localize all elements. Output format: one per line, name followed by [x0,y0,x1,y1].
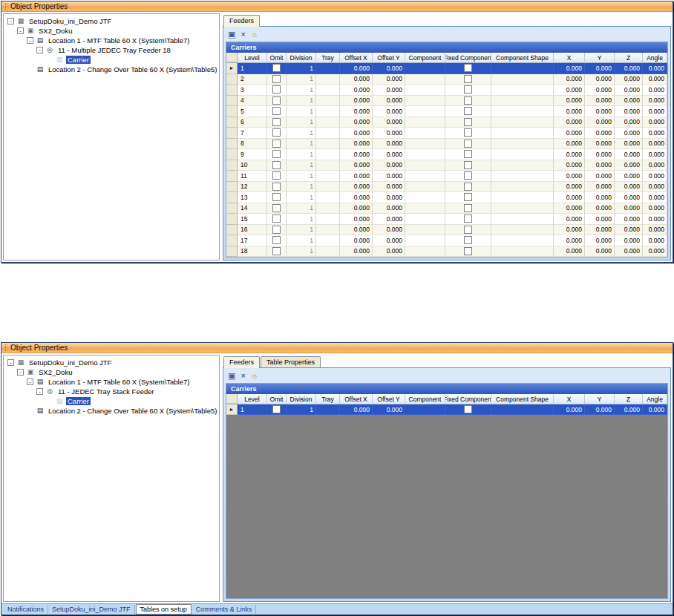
cell-y[interactable]: 0.000 [585,117,615,128]
cell-tray[interactable] [316,106,340,117]
cell-x[interactable]: 0.000 [554,225,585,236]
cell-component-shape[interactable] [491,63,554,74]
cell-component[interactable] [405,63,445,74]
cell-angle[interactable]: 0.000 [643,160,667,171]
cell-division[interactable]: 1 [287,139,316,150]
cell-offset-x[interactable]: 0.000 [340,139,373,150]
settings-icon[interactable]: ☼ [251,30,258,39]
row-selector[interactable] [226,235,238,246]
row-selector[interactable] [226,246,238,258]
cell-offset-x[interactable]: 0.000 [340,63,373,74]
cell-fixed-component[interactable] [445,85,491,96]
omit-checkbox[interactable] [272,226,281,234]
cell-omit[interactable] [267,74,287,85]
cell-z[interactable]: 0.000 [615,106,643,117]
cell-level[interactable]: 2 [238,74,267,85]
cell-fixed-component[interactable] [445,171,491,182]
tree-expander-icon[interactable]: - [7,359,14,366]
cell-level[interactable]: 5 [238,106,267,117]
cell-component-shape[interactable] [491,96,554,107]
cell-fixed-component[interactable] [445,63,491,74]
cell-level[interactable]: 9 [238,149,267,160]
column-header-x[interactable]: X [554,53,585,62]
cell-fixed-component[interactable] [445,225,491,236]
fixed-component-checkbox[interactable] [464,107,472,115]
omit-checkbox[interactable] [272,85,281,94]
cell-omit[interactable] [267,214,287,225]
cell-level[interactable]: 1 [238,63,267,74]
cell-level[interactable]: 4 [238,96,267,107]
cell-component[interactable] [405,246,445,258]
cell-z[interactable]: 0.000 [615,225,643,236]
cell-y[interactable]: 0.000 [585,106,615,117]
cell-x[interactable]: 0.000 [554,106,585,117]
cell-x[interactable]: 0.000 [554,214,585,225]
column-header-level[interactable]: Level [238,394,267,404]
tree-item-location-1-mtf-table-60-x-system-table7[interactable]: -▤Location 1 - MTF Table 60 X (System\Ta… [4,36,219,45]
cell-tray[interactable] [316,203,340,214]
delete-icon[interactable]: × [241,30,245,39]
cell-offset-y[interactable]: 0.000 [373,203,405,214]
cell-y[interactable]: 0.000 [585,225,615,236]
cell-x[interactable]: 0.000 [554,171,585,182]
cell-z[interactable]: 0.000 [615,246,643,258]
cell-offset-y[interactable]: 0.000 [373,74,405,85]
cell-omit[interactable] [267,128,287,139]
cell-angle[interactable]: 0.000 [643,63,667,74]
column-header-tray[interactable]: Tray [316,53,340,62]
column-header-component[interactable]: Component [405,53,445,62]
fixed-component-checkbox[interactable] [464,214,472,223]
column-header-z[interactable]: Z [615,394,643,404]
tree-expander-icon[interactable]: - [27,37,33,44]
cell-omit[interactable] [267,149,287,160]
omit-checkbox[interactable] [272,405,281,413]
cell-fixed-component[interactable] [445,74,491,85]
cell-x[interactable]: 0.000 [554,235,585,246]
cell-component-shape[interactable] [491,106,554,117]
cell-z[interactable]: 0.000 [615,192,643,203]
cell-omit[interactable] [267,139,287,150]
cell-y[interactable]: 0.000 [585,182,615,193]
fixed-component-checkbox[interactable] [464,128,472,137]
cell-omit[interactable] [267,85,287,96]
tree-expander-icon[interactable]: - [36,388,43,395]
cell-angle[interactable]: 0.000 [643,149,667,160]
cell-division[interactable]: 1 [287,85,316,96]
omit-checkbox[interactable] [272,193,281,201]
cell-z[interactable]: 0.000 [615,74,643,85]
omit-checkbox[interactable] [272,214,281,223]
cell-x[interactable]: 0.000 [554,192,585,203]
cell-component-shape[interactable] [491,85,554,96]
cell-angle[interactable]: 0.000 [643,203,667,214]
row-selector[interactable] [226,74,238,85]
tree-item-setupdoku-ini-demo-jtf[interactable]: -▦SetupDoku_ini_Demo JTF [4,16,219,26]
fixed-component-checkbox[interactable] [464,85,472,94]
cell-z[interactable]: 0.000 [615,63,643,74]
cell-angle[interactable]: 0.000 [643,214,667,225]
cell-offset-y[interactable]: 0.000 [373,96,405,107]
cell-division[interactable]: 1 [287,128,316,139]
cell-offset-x[interactable]: 0.000 [340,404,373,415]
cell-omit[interactable] [267,225,287,236]
cell-z[interactable]: 0.000 [615,128,643,139]
cell-component-shape[interactable] [491,128,554,139]
cell-angle[interactable]: 0.000 [643,96,667,107]
cell-y[interactable]: 0.000 [585,235,615,246]
cell-omit[interactable] [267,106,287,117]
fixed-component-checkbox[interactable] [464,193,472,201]
column-header-offset-x[interactable]: Offset X [340,53,373,62]
cell-component-shape[interactable] [491,139,554,150]
cell-tray[interactable] [316,225,340,236]
cell-fixed-component[interactable] [445,106,491,117]
cell-component-shape[interactable] [491,171,554,182]
column-header-fixed-component[interactable]: Fixed Component [445,394,491,404]
cell-omit[interactable] [267,171,287,182]
cell-omit[interactable] [267,404,287,415]
cell-z[interactable]: 0.000 [615,171,643,182]
cell-level[interactable]: 8 [238,139,267,150]
cell-y[interactable]: 0.000 [585,404,615,415]
cell-angle[interactable]: 0.000 [643,235,667,246]
row-selector[interactable] [226,149,238,160]
cell-x[interactable]: 0.000 [554,203,585,214]
column-header-component-shape[interactable]: Component Shape [491,394,554,404]
